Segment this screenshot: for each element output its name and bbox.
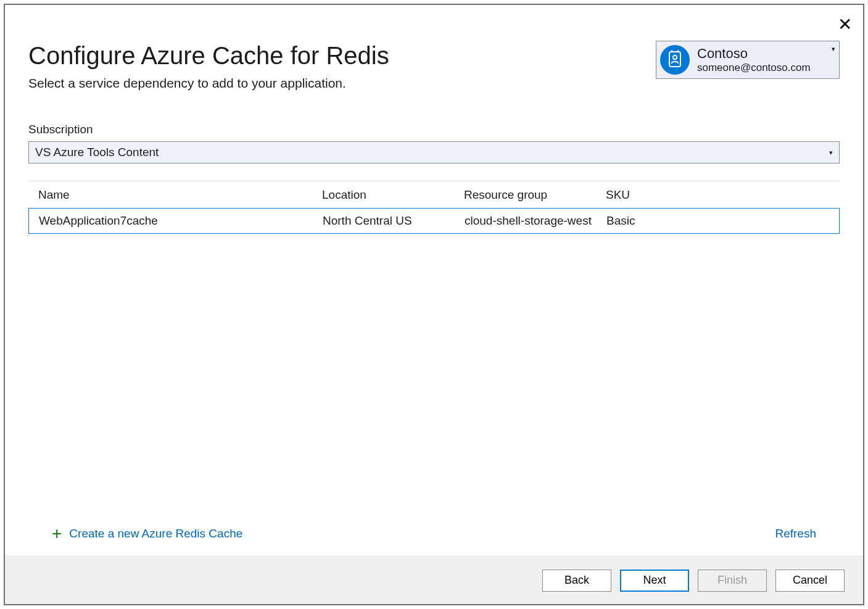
refresh-link[interactable]: Refresh [775, 527, 816, 541]
content: Subscription VS Azure Tools Content ▾ Na… [5, 91, 863, 556]
column-header-location[interactable]: Location [322, 188, 464, 202]
chevron-down-icon: ▾ [832, 45, 835, 53]
finish-button: Finish [698, 570, 767, 592]
grid-header-row: Name Location Resource group SKU [28, 181, 840, 209]
cache-grid: Name Location Resource group SKU WebAppl… [28, 181, 840, 234]
account-badge-icon [660, 45, 690, 75]
subscription-dropdown[interactable]: VS Azure Tools Content ▾ [28, 141, 840, 164]
svg-point-1 [673, 56, 677, 59]
column-header-sku[interactable]: SKU [606, 188, 830, 202]
plus-icon: + [52, 525, 62, 542]
subscription-value: VS Azure Tools Content [35, 146, 159, 159]
create-new-cache-link[interactable]: + Create a new Azure Redis Cache [52, 525, 242, 542]
bottom-links: + Create a new Azure Redis Cache Refresh [28, 525, 840, 556]
table-row[interactable]: WebApplication7cache North Central US cl… [28, 208, 840, 234]
subscription-label: Subscription [28, 123, 840, 136]
cell-name: WebApplication7cache [39, 214, 323, 228]
cell-location: North Central US [323, 214, 465, 228]
cancel-button[interactable]: Cancel [775, 570, 845, 592]
account-name: Contoso [697, 46, 811, 62]
cell-resource-group: cloud-shell-storage-west [465, 214, 606, 228]
account-email: someone@contoso.com [697, 62, 811, 74]
account-text: Contoso someone@contoso.com [697, 46, 811, 75]
create-new-cache-label: Create a new Azure Redis Cache [69, 527, 242, 541]
column-header-name[interactable]: Name [38, 188, 322, 202]
next-button[interactable]: Next [620, 570, 689, 592]
header: Configure Azure Cache for Redis Select a… [5, 5, 863, 91]
chevron-down-icon: ▾ [829, 149, 833, 157]
account-picker[interactable]: Contoso someone@contoso.com ▾ [656, 41, 840, 79]
cell-sku: Basic [606, 214, 829, 228]
dialog: ✕ Configure Azure Cache for Redis Select… [4, 4, 864, 605]
column-header-resource-group[interactable]: Resource group [464, 188, 606, 202]
back-button[interactable]: Back [542, 570, 611, 592]
footer: Back Next Finish Cancel [5, 556, 863, 604]
